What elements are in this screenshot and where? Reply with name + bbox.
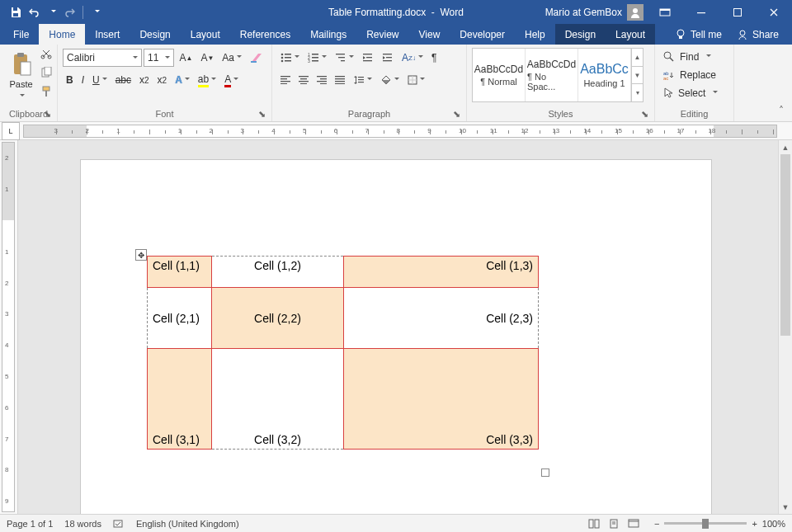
table-move-handle[interactable]: ✥ (135, 249, 147, 261)
font-color-icon[interactable]: A (221, 71, 242, 89)
status-language[interactable]: English (United Kingdom) (136, 519, 239, 529)
align-right-icon[interactable] (314, 71, 330, 89)
paragraph-launcher[interactable]: ⬊ (451, 109, 461, 119)
superscript-button[interactable]: x2 (154, 71, 171, 89)
tab-help[interactable]: Help (515, 24, 555, 45)
italic-button[interactable]: I (78, 71, 87, 89)
ribbon-options-icon[interactable] (647, 1, 683, 24)
table-cell[interactable]: Cell (1,1) (148, 257, 212, 288)
zoom-level[interactable]: 100% (762, 519, 785, 529)
replace-button[interactable]: abacReplace (660, 66, 728, 83)
tab-design[interactable]: Design (130, 24, 180, 45)
vertical-ruler[interactable]: 12123456789 (2, 142, 15, 512)
status-words[interactable]: 18 words (64, 519, 101, 529)
undo-icon[interactable] (25, 1, 43, 24)
tab-insert[interactable]: Insert (85, 24, 130, 45)
underline-button[interactable]: U (89, 71, 111, 89)
show-marks-icon[interactable]: ¶ (428, 49, 440, 67)
decrease-indent-icon[interactable] (359, 49, 377, 67)
maximize-icon[interactable] (719, 1, 756, 24)
tab-layout[interactable]: Layout (181, 24, 230, 45)
justify-icon[interactable] (332, 71, 348, 89)
scroll-down-icon[interactable]: ▼ (779, 500, 792, 514)
zoom-in-icon[interactable]: + (752, 519, 757, 529)
view-web-icon[interactable] (625, 516, 643, 531)
scroll-up-icon[interactable]: ▲ (779, 140, 792, 154)
copy-icon[interactable] (40, 67, 52, 85)
font-name-combo[interactable]: Calibri (63, 49, 142, 67)
paste-button[interactable]: Paste (5, 48, 37, 104)
bullets-icon[interactable] (277, 49, 303, 67)
table-cell[interactable]: Cell (1,3) (344, 257, 539, 288)
table-cell[interactable]: Cell (2,3) (344, 288, 539, 349)
font-size-combo[interactable]: 11 (144, 49, 174, 67)
shrink-font-icon[interactable]: A▼ (197, 49, 217, 67)
tab-developer[interactable]: Developer (450, 24, 515, 45)
undo-dropdown[interactable] (43, 1, 61, 24)
view-print-icon[interactable] (605, 516, 623, 531)
tab-home[interactable]: Home (39, 24, 85, 45)
align-center-icon[interactable] (295, 71, 312, 89)
zoom-out-icon[interactable]: − (654, 519, 659, 529)
align-left-icon[interactable] (277, 71, 294, 89)
redo-icon[interactable] (61, 1, 79, 24)
vertical-scrollbar[interactable]: ▲ ▼ (778, 140, 792, 514)
strikethrough-button[interactable]: abc (112, 71, 134, 89)
clear-formatting-icon[interactable] (247, 49, 266, 67)
borders-icon[interactable] (404, 71, 428, 89)
style-nospacing[interactable]: AaBbCcDd¶ No Spac... (526, 49, 578, 101)
sort-icon[interactable]: AZ↓ (398, 49, 427, 67)
font-launcher[interactable]: ⬊ (257, 109, 266, 119)
table-cell[interactable]: Cell (2,1) (148, 288, 212, 349)
style-normal[interactable]: AaBbCcDd¶ Normal (473, 49, 526, 101)
tab-references[interactable]: References (230, 24, 300, 45)
styles-launcher[interactable]: ⬊ (639, 109, 649, 119)
shading-icon[interactable] (377, 71, 403, 89)
table-cell[interactable]: Cell (3,3) (344, 349, 539, 450)
document-table[interactable]: Cell (1,1) Cell (1,2) Cell (1,3) Cell (2… (147, 256, 539, 450)
tell-me[interactable]: Tell me (670, 29, 727, 40)
table-resize-handle[interactable] (541, 468, 549, 477)
table-cell[interactable]: Cell (2,2) (212, 288, 344, 349)
share-button[interactable]: Share (732, 29, 784, 40)
tab-table-layout[interactable]: Layout (606, 24, 655, 45)
zoom-slider[interactable] (664, 522, 747, 525)
tab-view[interactable]: View (409, 24, 450, 45)
format-painter-icon[interactable] (40, 86, 52, 104)
numbering-icon[interactable]: 123 (304, 49, 330, 67)
horizontal-ruler[interactable]: 123123456789101112131415161718 (23, 125, 777, 138)
line-spacing-icon[interactable] (350, 71, 375, 89)
table-cell[interactable]: Cell (1,2) (212, 257, 344, 288)
table-cell[interactable]: Cell (3,2) (212, 349, 344, 450)
styles-gallery[interactable]: AaBbCcDd¶ Normal AaBbCcDd¶ No Spac... Aa… (472, 48, 644, 102)
clipboard-launcher[interactable]: ⬊ (42, 109, 52, 119)
highlight-icon[interactable]: ab (195, 71, 219, 89)
select-button[interactable]: Select (660, 84, 728, 101)
qat-customize[interactable] (87, 1, 105, 24)
minimize-icon[interactable] (683, 1, 719, 24)
scroll-thumb[interactable] (780, 154, 790, 336)
view-read-icon[interactable] (585, 516, 603, 531)
save-icon[interactable] (7, 1, 25, 24)
subscript-button[interactable]: x2 (136, 71, 153, 89)
table-cell[interactable]: Cell (3,1) (148, 349, 212, 450)
increase-indent-icon[interactable] (379, 49, 397, 67)
tab-selector[interactable]: L (2, 122, 20, 140)
collapse-ribbon-icon[interactable]: ˄ (774, 103, 789, 118)
tab-file[interactable]: File (3, 24, 39, 45)
find-button[interactable]: Find (660, 48, 728, 65)
status-page[interactable]: Page 1 of 1 (7, 519, 53, 529)
document-canvas[interactable]: ✥ Cell (1,1) Cell (1,2) Cell (1,3) Cell … (18, 140, 792, 514)
change-case-icon[interactable]: Aa (219, 49, 245, 67)
status-proofing-icon[interactable] (113, 519, 125, 529)
styles-scroll[interactable]: ▲▼▾ (631, 49, 643, 101)
grow-font-icon[interactable]: A▲ (176, 49, 196, 67)
multilevel-icon[interactable] (332, 49, 357, 67)
style-heading1[interactable]: AaBbCcHeading 1 (578, 49, 631, 101)
close-icon[interactable] (756, 1, 792, 24)
tab-review[interactable]: Review (356, 24, 408, 45)
tab-table-design[interactable]: Design (555, 24, 606, 45)
bold-button[interactable]: B (63, 71, 77, 89)
account-area[interactable]: Mario at GemBox (545, 4, 647, 21)
text-effects-icon[interactable]: A (172, 71, 193, 89)
